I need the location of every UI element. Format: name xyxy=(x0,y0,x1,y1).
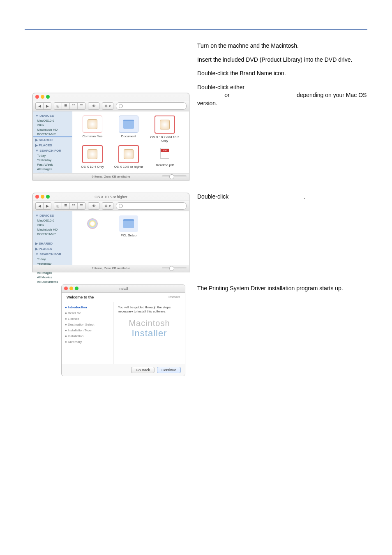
finder-sidebar: ▼ DEVICES MacOS10.6 iDisk Macintosh HD B… xyxy=(33,211,72,265)
minimize-icon[interactable] xyxy=(41,95,44,99)
splash-text-2: Installer xyxy=(118,328,181,339)
step-license: ● License xyxy=(65,317,110,321)
step-installation: ● Installation xyxy=(65,334,110,338)
welcome-sub: Installer xyxy=(168,295,180,299)
icon-size-slider[interactable] xyxy=(162,267,187,269)
sidebar-item[interactable]: BOOTCAMP xyxy=(33,132,72,136)
window-title: Install xyxy=(62,287,185,291)
file-item[interactable] xyxy=(76,215,108,237)
finder-window-1: ◀ ▶ ⊞ ≣ ☷ ☰ 👁 ⚙ ▾ ▼ DEVICES xyxy=(32,93,189,180)
icon-size-slider[interactable] xyxy=(162,175,187,178)
shared-header[interactable]: ▶ SHARED xyxy=(33,137,72,143)
action-menu[interactable]: ⚙ ▾ xyxy=(102,102,113,110)
step-introduction: ● Introduction xyxy=(65,305,110,309)
column-view-button[interactable]: ☷ xyxy=(70,203,78,209)
file-area: PCL Setup xyxy=(72,211,189,265)
icon-view-button[interactable]: ⊞ xyxy=(54,103,62,109)
finder-toolbar: ◀ ▶ ⊞ ≣ ☷ ☰ 👁 ⚙ ▾ xyxy=(33,201,189,211)
column-view-button[interactable]: ☷ xyxy=(70,103,78,109)
step-install-type: ● Installation Type xyxy=(65,328,110,332)
step-readme: ● Read Me xyxy=(65,311,110,315)
titlebar[interactable] xyxy=(33,93,189,101)
pdf-icon xyxy=(160,148,169,159)
coverflow-view-button[interactable]: ☰ xyxy=(78,103,85,109)
file-label: PCL Setup xyxy=(121,234,136,237)
places-header[interactable]: ▶ PLACES xyxy=(33,246,72,252)
splash-text-1: Macintosh xyxy=(118,319,181,328)
sidebar-item[interactable]: BOOTCAMP xyxy=(33,232,72,236)
list-view-button[interactable]: ≣ xyxy=(62,103,70,109)
file-item-highlighted[interactable]: OS X 10.5 or higher xyxy=(113,145,145,169)
titlebar[interactable]: Install xyxy=(62,285,185,293)
sidebar-item[interactable]: Past Week xyxy=(33,162,72,167)
sidebar-item[interactable]: MacOS10.6 xyxy=(33,118,72,123)
titlebar[interactable]: OS X 10.5 or higher xyxy=(33,193,189,201)
finder-toolbar: ◀ ▶ ⊞ ≣ ☷ ☰ 👁 ⚙ ▾ xyxy=(33,101,189,111)
installer-window: Install Welcome to the Installer ● Intro… xyxy=(61,284,185,376)
list-view-button[interactable]: ≣ xyxy=(62,203,70,209)
quicklook-button[interactable]: 👁 xyxy=(88,102,99,110)
status-bar: 6 items, Zero KB available xyxy=(33,173,189,180)
places-header[interactable]: ▶ PLACES xyxy=(33,143,72,148)
installer-steps: ● Introduction ● Read Me ● License ● Des… xyxy=(62,302,114,364)
nav-buttons[interactable]: ◀ ▶ xyxy=(35,102,51,110)
package-icon xyxy=(124,149,134,159)
devices-header[interactable]: ▼ DEVICES xyxy=(33,213,72,218)
package-icon xyxy=(160,120,170,130)
sidebar-item[interactable]: Today xyxy=(33,153,72,158)
sidebar-item[interactable]: Yesterday xyxy=(33,158,72,162)
installer-message: You will be guided through the steps nec… xyxy=(118,305,181,314)
searchfor-header[interactable]: ▼ SEARCH FOR xyxy=(33,252,72,257)
back-button[interactable]: ◀ xyxy=(36,103,44,109)
file-item-highlighted[interactable]: OS X 10.4 Only xyxy=(76,145,108,169)
file-item[interactable]: PCL Setup xyxy=(113,215,145,237)
file-item-highlighted[interactable]: OS X 10.2 and 10.3 Only xyxy=(149,116,181,143)
file-label: OS X 10.2 and 10.3 Only xyxy=(149,135,181,143)
step-summary: ● Summary xyxy=(65,340,110,344)
file-label: OS X 10.5 or higher xyxy=(114,165,143,169)
continue-button[interactable]: Continue xyxy=(157,367,181,373)
forward-button[interactable]: ▶ xyxy=(44,103,51,109)
disc-icon xyxy=(87,218,98,229)
status-bar: 2 items, Zero KB available xyxy=(33,265,189,272)
search-input[interactable] xyxy=(116,202,187,210)
sidebar-item[interactable] xyxy=(33,236,72,241)
shared-header[interactable]: ▶ SHARED xyxy=(33,241,72,246)
sidebar-item[interactable]: Today xyxy=(33,257,72,261)
file-item[interactable]: Document xyxy=(113,116,145,143)
top-rule xyxy=(25,29,367,30)
coverflow-view-button[interactable]: ☰ xyxy=(78,203,85,209)
view-switcher[interactable]: ⊞ ≣ ☷ ☰ xyxy=(54,202,85,210)
file-item[interactable]: Readme.pdf xyxy=(149,145,181,169)
back-button[interactable]: ◀ xyxy=(36,203,44,209)
sidebar-item[interactable]: MacOS10.6 xyxy=(33,218,72,223)
folder-icon xyxy=(123,120,134,129)
go-back-button[interactable]: Go Back xyxy=(131,367,154,373)
sidebar-item[interactable]: iDisk xyxy=(33,223,72,227)
searchfor-header[interactable]: ▼ SEARCH FOR xyxy=(33,148,72,153)
zoom-icon[interactable] xyxy=(46,95,50,99)
quicklook-button[interactable]: 👁 xyxy=(88,202,99,210)
welcome-text: Welcome to the xyxy=(67,295,94,299)
search-input[interactable] xyxy=(116,102,187,110)
sidebar-item[interactable]: All Images xyxy=(33,167,72,171)
sidebar-item[interactable]: iDisk xyxy=(33,123,72,127)
nav-buttons[interactable]: ◀ ▶ xyxy=(35,202,51,210)
step-5-text: Double-click . xyxy=(197,193,367,201)
folder-icon xyxy=(123,219,134,228)
status-text: 2 items, Zero KB available xyxy=(92,266,130,270)
view-switcher[interactable]: ⊞ ≣ ☷ ☰ xyxy=(54,102,85,110)
sidebar-item[interactable]: All Movies xyxy=(33,275,72,280)
icon-view-button[interactable]: ⊞ xyxy=(54,203,62,209)
sidebar-item[interactable]: All Documents xyxy=(33,280,72,284)
package-icon xyxy=(88,149,97,159)
file-label: OS X 10.4 Only xyxy=(81,165,104,169)
devices-header[interactable]: ▼ DEVICES xyxy=(33,113,72,118)
status-text: 6 items, Zero KB available xyxy=(92,175,130,178)
close-icon[interactable] xyxy=(35,95,39,99)
sidebar-item[interactable]: Macintosh HD xyxy=(33,227,72,232)
sidebar-item[interactable]: Macintosh HD xyxy=(33,127,72,132)
forward-button[interactable]: ▶ xyxy=(44,203,51,209)
file-item[interactable]: Common files xyxy=(76,116,108,143)
action-menu[interactable]: ⚙ ▾ xyxy=(102,202,113,210)
